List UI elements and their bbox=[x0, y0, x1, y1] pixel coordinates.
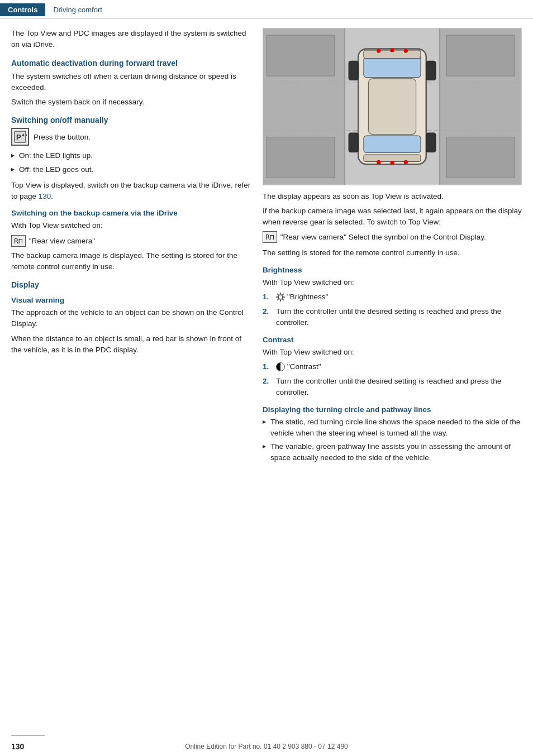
contrast-heading: Contrast bbox=[263, 336, 522, 344]
left-column: The Top View and PDC images are displaye… bbox=[11, 28, 251, 468]
topview-page-link[interactable]: 130 bbox=[39, 192, 51, 200]
page-number: 130 bbox=[11, 742, 24, 751]
svg-line-36 bbox=[283, 299, 284, 300]
visual-warning-heading: Visual warning bbox=[11, 296, 251, 304]
auto-deactivation-heading: Automatic deactivation during forward tr… bbox=[11, 59, 251, 68]
backup-p2: The backup camera image is displayed. Th… bbox=[11, 250, 251, 273]
backup-sym-row: R⊓ "Rear view camera" bbox=[11, 235, 251, 247]
switching-heading: Switching on/off manually bbox=[11, 116, 251, 125]
main-content: The Top View and PDC images are displaye… bbox=[0, 19, 533, 468]
header-driving: Driving comfort bbox=[45, 3, 110, 16]
brightness-steps: 1. "Brightness" bbox=[263, 291, 522, 329]
svg-point-25 bbox=[390, 48, 394, 52]
svg-rect-20 bbox=[349, 61, 358, 80]
svg-text:▲▲: ▲▲ bbox=[21, 132, 27, 136]
press-button-text: Press the button. bbox=[34, 133, 91, 141]
contrast-icon bbox=[276, 362, 285, 371]
rearview-label: "Rear view camera" Select the symbol on … bbox=[280, 233, 486, 241]
brightness-heading: Brightness bbox=[263, 266, 522, 274]
right-column: The display appears as soon as Top View … bbox=[263, 28, 522, 468]
svg-rect-23 bbox=[426, 133, 436, 152]
turning-text-1: The static, red turning circle line show… bbox=[270, 417, 522, 439]
parking-button-icon: P ▲▲ bbox=[11, 128, 29, 146]
svg-point-27 bbox=[377, 160, 380, 164]
rearview-symbol: R⊓ bbox=[263, 231, 277, 243]
contrast-step-1: 1. "Contrast" bbox=[263, 361, 522, 372]
contrast-steps: 1. "Contrast" 2. Turn the controller unt… bbox=[263, 361, 522, 399]
svg-rect-13 bbox=[446, 137, 515, 178]
svg-rect-15 bbox=[364, 57, 421, 77]
svg-rect-19 bbox=[368, 79, 416, 135]
contrast-step1-text: "Contrast" bbox=[287, 361, 321, 372]
turning-item-1: The static, red turning circle line show… bbox=[263, 417, 522, 439]
svg-point-30 bbox=[278, 295, 283, 299]
backup-camera-symbol: R⊓ bbox=[11, 235, 26, 247]
turning-list: The static, red turning circle line show… bbox=[263, 417, 522, 464]
auto-p2: Switch the system back on if necessary. bbox=[11, 97, 251, 108]
page-header: Controls Driving comfort bbox=[0, 0, 533, 19]
svg-rect-21 bbox=[426, 61, 436, 80]
turning-circle-heading: Displaying the turning circle and pathwa… bbox=[263, 405, 522, 414]
backup-camera-heading: Switching on the backup camera via the i… bbox=[11, 209, 251, 217]
svg-rect-18 bbox=[364, 155, 421, 161]
visual-p1: The approach of the vehicle to an object… bbox=[11, 307, 251, 330]
off-item: Off: the LED goes out. bbox=[11, 164, 251, 175]
display-note: The display appears as soon as Top View … bbox=[263, 191, 522, 202]
brightness-step-2: 2. Turn the controller until the desired… bbox=[263, 306, 522, 329]
svg-point-26 bbox=[404, 49, 408, 52]
display-heading: Display bbox=[11, 280, 251, 289]
svg-rect-10 bbox=[266, 35, 335, 76]
svg-rect-11 bbox=[266, 137, 335, 178]
svg-point-24 bbox=[377, 49, 380, 52]
backup-camera-label: "Rear view camera" bbox=[29, 237, 95, 245]
topview-note: Top View is displayed, switch on the bac… bbox=[11, 180, 251, 203]
svg-line-38 bbox=[277, 299, 278, 300]
backup-p1: With Top View switched on: bbox=[11, 220, 251, 231]
contrast-step2-text: Turn the controller until the desired se… bbox=[276, 376, 522, 399]
turning-item-2: The variable, green pathway line assists… bbox=[263, 441, 522, 464]
svg-line-37 bbox=[283, 294, 284, 295]
auto-p1: The system switches off when a certain d… bbox=[11, 71, 251, 94]
rearview-sym-row: R⊓ "Rear view camera" Select the symbol … bbox=[263, 231, 522, 243]
contrast-step-2: 2. Turn the controller until the desired… bbox=[263, 376, 522, 399]
svg-point-28 bbox=[390, 161, 394, 165]
turning-text-2: The variable, green pathway line assists… bbox=[270, 441, 522, 464]
setting-note: The setting is stored for the remote con… bbox=[263, 247, 522, 259]
contrast-intro: With Top View switched on: bbox=[263, 347, 522, 358]
svg-line-35 bbox=[277, 294, 278, 295]
footer-area: 130 Online Edition for Part no. 01 40 2 … bbox=[0, 726, 533, 756]
svg-text:P: P bbox=[16, 133, 21, 141]
svg-rect-16 bbox=[364, 136, 421, 152]
switch-press-row: P ▲▲ Press the button. bbox=[11, 128, 251, 146]
svg-rect-22 bbox=[349, 133, 358, 152]
svg-point-29 bbox=[404, 160, 408, 164]
svg-rect-12 bbox=[446, 35, 515, 76]
header-controls: Controls bbox=[0, 3, 45, 16]
brightness-step1-text: "Brightness" bbox=[287, 291, 328, 303]
edition-text: Online Edition for Part no. 01 40 2 903 … bbox=[185, 743, 348, 750]
topview-image bbox=[263, 28, 522, 185]
brightness-intro: With Top View switched on: bbox=[263, 277, 522, 288]
visual-p2: When the distance to an object is small,… bbox=[11, 333, 251, 356]
footer: 130 Online Edition for Part no. 01 40 2 … bbox=[0, 739, 533, 756]
brightness-step2-text: Turn the controller until the desired se… bbox=[276, 306, 522, 329]
backup-note: If the backup camera image was selected … bbox=[263, 205, 522, 228]
on-off-list: On: the LED lights up. Off: the LED goes… bbox=[11, 150, 251, 175]
brightness-step-1: 1. "Brightness" bbox=[263, 291, 522, 303]
brightness-icon bbox=[276, 293, 285, 302]
on-item: On: the LED lights up. bbox=[11, 150, 251, 161]
intro-text: The Top View and PDC images are displaye… bbox=[11, 28, 251, 51]
